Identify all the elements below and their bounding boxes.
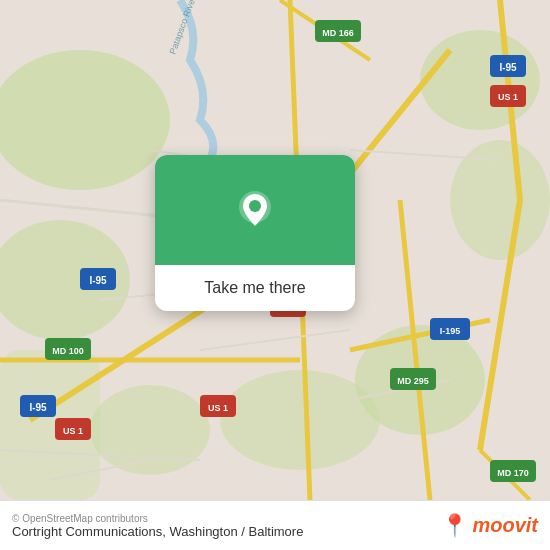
place-name-text: Cortright Communications, Washington / B… (12, 524, 303, 539)
svg-text:I-95: I-95 (499, 62, 517, 73)
popup-card: Take me there (155, 155, 355, 311)
svg-text:I-95: I-95 (29, 402, 47, 413)
location-pin-icon (233, 188, 277, 232)
svg-point-54 (249, 200, 261, 212)
moovit-pin-icon: 📍 (441, 513, 468, 539)
take-me-there-button[interactable]: Take me there (155, 265, 355, 311)
moovit-logo[interactable]: 📍 moovit (441, 513, 538, 539)
popup-green-header (155, 155, 355, 265)
svg-text:MD 295: MD 295 (397, 376, 429, 386)
bottom-bar: © OpenStreetMap contributors Cortright C… (0, 500, 550, 550)
svg-text:MD 100: MD 100 (52, 346, 84, 356)
svg-text:I-95: I-95 (89, 275, 107, 286)
svg-point-7 (90, 385, 210, 475)
svg-text:US 1: US 1 (498, 92, 518, 102)
svg-point-6 (220, 370, 380, 470)
svg-text:US 1: US 1 (208, 403, 228, 413)
svg-text:MD 170: MD 170 (497, 468, 529, 478)
bottom-left-info: © OpenStreetMap contributors Cortright C… (12, 513, 303, 539)
svg-point-3 (420, 30, 540, 130)
svg-text:MD 166: MD 166 (322, 28, 354, 38)
svg-text:US 1: US 1 (63, 426, 83, 436)
map-container: I-95 US 1 I-95 US 1 US 1 I-95 MD 100 US … (0, 0, 550, 500)
svg-text:I-195: I-195 (440, 326, 461, 336)
copyright-text: © OpenStreetMap contributors (12, 513, 303, 524)
moovit-brand-text: moovit (472, 514, 538, 537)
